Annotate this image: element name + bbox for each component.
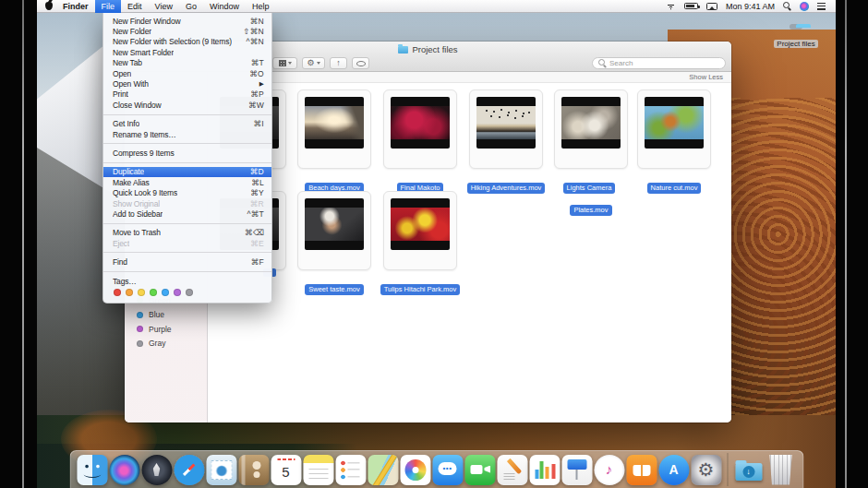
spotlight-search-icon[interactable]	[783, 2, 791, 10]
menu-item-close-window[interactable]: Close Window ⌘W	[103, 100, 271, 110]
file-sweet-taste[interactable]: Sweet taste.mov	[297, 191, 371, 270]
dock-pages-icon[interactable]	[497, 455, 527, 485]
menu-item-make-alias[interactable]: Make Alias ⌘L	[103, 177, 271, 187]
menu-item-new-finder-window[interactable]: New Finder Window ⌘N	[103, 16, 271, 26]
dock-maps-icon[interactable]	[368, 455, 398, 485]
file-menu: New Finder Window ⌘N New Folder ⇧⌘N New …	[102, 13, 272, 304]
dock-siri-icon[interactable]	[109, 455, 139, 485]
file-name-label: Tulips Hitachi Park.mov	[377, 276, 464, 298]
siri-icon[interactable]	[800, 2, 809, 11]
video-thumbnail	[645, 97, 704, 149]
notification-center-icon[interactable]	[817, 3, 826, 10]
menu-item-show-original[interactable]: Show Original ⌘R	[103, 198, 271, 208]
dock-photos-icon[interactable]	[400, 455, 430, 485]
menu-item-find[interactable]: Find ⌘F	[103, 256, 271, 267]
menubar-menus: Finder File Edit View Go Window Help	[56, 0, 275, 13]
menu-edit[interactable]: Edit	[121, 0, 149, 13]
dock-sysprefs-icon[interactable]: ⚙	[691, 455, 721, 485]
menu-separator[interactable]	[103, 271, 271, 272]
dock-keynote-icon[interactable]	[561, 455, 592, 485]
dock: 5 •••	[69, 450, 803, 488]
menu-separator[interactable]	[103, 114, 271, 115]
tag-blue[interactable]	[162, 289, 169, 296]
file-lights-camera-plates[interactable]: Lights Camera Plates.mov	[554, 89, 628, 169]
dock-facetime-icon[interactable]	[464, 455, 495, 485]
dock-launchpad-icon[interactable]	[141, 455, 172, 485]
display-mirroring-icon[interactable]	[706, 3, 717, 10]
file-beach-days[interactable]: Beach days.mov	[297, 89, 371, 169]
video-thumbnail	[391, 198, 450, 250]
menu-separator[interactable]	[103, 143, 271, 144]
menu-item-add-to-sidebar[interactable]: Add to Sidebar ^⌘T	[103, 208, 271, 219]
menu-window[interactable]: Window	[203, 0, 246, 13]
menubar-status-area: Mon 9:41 AM	[666, 2, 836, 11]
desktop: Project files Project files ⚙ ↑	[37, 0, 836, 488]
menu-item-quick-look[interactable]: Quick Look 9 Items ⌘Y	[103, 187, 271, 197]
menu-item-new-folder[interactable]: New Folder ⇧⌘N	[103, 26, 271, 36]
dock-mail-icon[interactable]	[206, 455, 236, 485]
tag-green[interactable]	[150, 289, 157, 296]
menu-item-rename[interactable]: Rename 9 Items…	[103, 129, 271, 139]
menu-go[interactable]: Go	[179, 0, 203, 13]
video-thumbnail	[476, 97, 536, 149]
battery-icon[interactable]	[684, 3, 698, 9]
dock-numbers-icon[interactable]	[529, 455, 560, 485]
video-thumbnail	[391, 97, 450, 149]
dock-messages-icon[interactable]: •••	[432, 455, 463, 485]
menu-item-print[interactable]: Print ⌘P	[103, 89, 271, 100]
menu-separator[interactable]	[103, 223, 271, 224]
tag-yellow[interactable]	[138, 289, 145, 296]
dock-downloads-icon[interactable]: ↓	[733, 455, 764, 485]
dock-ibooks-icon[interactable]	[626, 455, 657, 485]
dock-trash-icon[interactable]	[766, 455, 796, 485]
dock-separator[interactable]	[727, 453, 728, 486]
menu-item-open[interactable]: Open ⌘O	[103, 68, 271, 78]
file-hiking-adventures[interactable]: Hiking Adventures.mov	[469, 89, 543, 169]
video-thumbnail	[305, 198, 364, 250]
menu-separator[interactable]	[103, 162, 271, 163]
menu-item-compress[interactable]: Compress 9 Items	[103, 148, 271, 158]
dock-calendar-icon[interactable]: 5	[271, 455, 301, 485]
file-name-label: Hiking Adventures.mov	[463, 174, 549, 196]
menu-item-open-with[interactable]: Open With ▶	[103, 78, 271, 89]
video-thumbnail	[561, 97, 621, 149]
file-menu-items: New Finder Window ⌘N New Folder ⇧⌘N New …	[103, 16, 271, 286]
tag-orange[interactable]	[126, 289, 133, 296]
apple-logo-icon[interactable]	[45, 2, 53, 10]
wifi-icon[interactable]	[666, 3, 676, 10]
frame-edge-line-left	[22, 0, 24, 488]
menu-item-eject[interactable]: Eject ⌘E	[103, 238, 271, 248]
file-name-label: Nature cut.mov	[631, 174, 717, 196]
menu-tag-colors	[103, 286, 271, 298]
desktop-folder-project-files[interactable]: Project files	[768, 17, 824, 50]
menu-item-tags[interactable]: Tags…	[103, 276, 271, 286]
menu-item-get-info[interactable]: Get Info ⌘I	[103, 119, 271, 129]
file-tulips-hitachi-park[interactable]: Tulips Hitachi Park.mov	[383, 191, 457, 270]
menubar-clock[interactable]: Mon 9:41 AM	[726, 2, 775, 11]
menu-item-new-smart-folder[interactable]: New Smart Folder	[103, 47, 271, 57]
tag-red[interactable]	[114, 289, 121, 296]
tag-purple[interactable]	[174, 289, 181, 296]
tag-gray[interactable]	[186, 289, 193, 296]
dock-notes-icon[interactable]	[303, 455, 333, 485]
menu-separator[interactable]	[103, 252, 271, 253]
dock-finder-icon[interactable]	[77, 455, 107, 485]
menu-bar: Finder File Edit View Go Window Help	[37, 0, 836, 13]
dock-reminders-icon[interactable]	[335, 455, 366, 485]
menu-help[interactable]: Help	[246, 0, 276, 13]
menu-item-new-tab[interactable]: New Tab ⌘T	[103, 58, 271, 68]
file-name-label: Sweet taste.mov	[291, 276, 378, 298]
video-frame: Project files Project files ⚙ ↑	[0, 0, 868, 488]
menu-view[interactable]: View	[149, 0, 179, 13]
menu-file[interactable]: File	[95, 0, 122, 13]
dock-contacts-icon[interactable]	[238, 455, 269, 485]
menu-finder[interactable]: Finder	[56, 0, 95, 13]
menu-item-duplicate[interactable]: Duplicate ⌘D	[103, 167, 271, 177]
dock-appstore-icon[interactable]: A	[658, 455, 689, 485]
dock-itunes-icon[interactable]: ♪	[594, 455, 624, 485]
dock-safari-icon[interactable]	[174, 455, 204, 485]
file-nature-cut[interactable]: Nature cut.mov	[637, 89, 711, 169]
menu-item-new-folder-with-selection[interactable]: New Folder with Selection (9 Items) ^⌘N	[103, 37, 271, 47]
file-final-makoto-installation[interactable]: Final Makoto Installation.mov	[383, 89, 457, 169]
menu-item-move-to-trash[interactable]: Move to Trash ⌘⌫	[103, 228, 271, 238]
